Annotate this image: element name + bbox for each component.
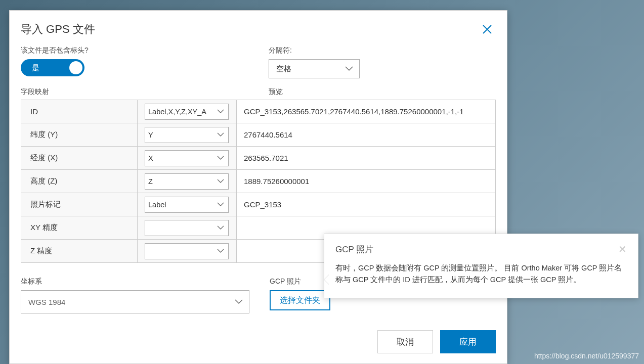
- coord-system-label: 坐标系: [21, 277, 270, 286]
- chevron-down-icon: [217, 225, 224, 230]
- close-icon[interactable]: ✕: [618, 243, 627, 255]
- chevron-down-icon: [217, 156, 224, 160]
- field-select[interactable]: Z: [145, 173, 229, 190]
- preview-label: 预览: [269, 87, 283, 97]
- field-select-value: Label: [148, 201, 166, 209]
- close-icon[interactable]: [479, 23, 496, 36]
- preview-cell: GCP_3153: [237, 193, 496, 216]
- chevron-down-icon: [217, 132, 224, 137]
- header-toggle[interactable]: 是: [21, 59, 84, 76]
- tooltip-title: GCP 照片: [335, 244, 373, 255]
- coord-system-select[interactable]: WGS 1984: [21, 290, 249, 313]
- apply-button[interactable]: 应用: [440, 330, 496, 353]
- toggle-knob: [69, 61, 82, 74]
- field-mapping-label: 字段映射: [21, 87, 269, 97]
- field-select-value: X: [148, 154, 153, 162]
- table-row: 纬度 (Y)Y2767440.5614: [21, 123, 496, 147]
- preview-cell: GCP_3153,263565.7021,2767440.5614,1889.7…: [237, 100, 496, 123]
- table-row: IDLabel,X,Y,Z,XY_AGCP_3153,263565.7021,2…: [21, 100, 496, 123]
- field-label: 纬度 (Y): [21, 123, 138, 147]
- field-label: Z 精度: [21, 240, 138, 263]
- field-select[interactable]: [145, 220, 229, 236]
- field-select[interactable]: Label: [145, 197, 229, 213]
- toggle-label: 是: [32, 63, 39, 73]
- field-label: ID: [21, 100, 138, 123]
- preview-cell: 263565.7021: [237, 147, 496, 170]
- field-select[interactable]: Label,X,Y,Z,XY_A: [145, 104, 229, 120]
- table-row: 照片标记LabelGCP_3153: [21, 193, 496, 216]
- field-label: 经度 (X): [21, 147, 138, 170]
- field-select-value: Y: [148, 131, 153, 139]
- delimiter-label: 分隔符:: [269, 46, 496, 55]
- field-label: 高度 (Z): [21, 170, 138, 193]
- dialog-title: 导入 GPS 文件: [21, 22, 95, 37]
- chevron-down-icon: [217, 249, 224, 253]
- table-row: 高度 (Z)Z1889.75260000001: [21, 170, 496, 193]
- preview-cell: 2767440.5614: [237, 123, 496, 147]
- import-gps-dialog: 导入 GPS 文件 该文件是否包含标头? 是 分隔符: 空格 字段映射 预览: [9, 10, 507, 364]
- delimiter-value: 空格: [276, 64, 291, 74]
- chevron-down-icon: [217, 179, 224, 184]
- cancel-button[interactable]: 取消: [377, 330, 433, 353]
- field-label: XY 精度: [21, 216, 138, 240]
- choose-folder-button[interactable]: 选择文件夹: [270, 290, 330, 310]
- chevron-down-icon: [217, 109, 224, 114]
- field-label: 照片标记: [21, 193, 138, 216]
- header-question-label: 该文件是否包含标头?: [21, 46, 269, 55]
- field-select[interactable]: [145, 243, 229, 259]
- chevron-down-icon: [217, 202, 224, 207]
- field-select[interactable]: X: [145, 150, 229, 166]
- field-select[interactable]: Y: [145, 127, 229, 143]
- tooltip-body: 有时，GCP 数据会随附有 GCP 的测量位置照片。 目前 Ortho Make…: [335, 262, 627, 286]
- table-row: 经度 (X)X263565.7021: [21, 147, 496, 170]
- gcp-tooltip: GCP 照片 ✕ 有时，GCP 数据会随附有 GCP 的测量位置照片。 目前 O…: [324, 234, 638, 298]
- delimiter-select[interactable]: 空格: [269, 59, 360, 78]
- preview-cell: 1889.75260000001: [237, 170, 496, 193]
- chevron-down-icon: [235, 299, 243, 304]
- field-select-value: Label,X,Y,Z,XY_A: [148, 108, 206, 116]
- watermark-text: https://blog.csdn.net/u012599377: [534, 352, 639, 360]
- coord-system-value: WGS 1984: [28, 298, 65, 306]
- field-select-value: Z: [148, 177, 153, 186]
- chevron-down-icon: [345, 66, 353, 71]
